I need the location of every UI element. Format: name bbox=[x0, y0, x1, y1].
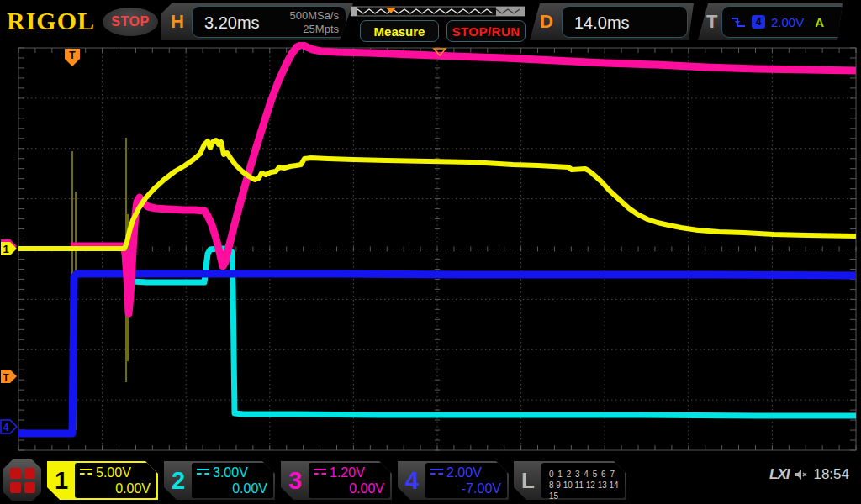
stop-run-button[interactable]: STOP/RUN bbox=[446, 20, 526, 42]
memory-depth: 25Mpts bbox=[289, 23, 339, 36]
trigger-position-marker[interactable]: T bbox=[65, 49, 80, 66]
logic-row-2: 8 9 10 11 12 13 14 15 bbox=[549, 480, 625, 501]
channel-3-box[interactable]: 3 1.20V 0.00V bbox=[281, 461, 392, 500]
trigger-module[interactable]: T 4 2.00V A bbox=[698, 3, 843, 40]
channel-1-box[interactable]: 1 5.00V 0.00V bbox=[47, 461, 158, 500]
svg-text:T: T bbox=[69, 50, 76, 61]
delay-box[interactable]: 14.0ms bbox=[562, 6, 688, 38]
bottom-status-bar: 1 5.00V 0.00V 2 3.00V 0.00V 3 1.20V 0.00… bbox=[0, 458, 861, 504]
channel-2-offset: 0.00V bbox=[232, 481, 267, 496]
dc-coupling-icon bbox=[430, 469, 443, 478]
timebase-value: 3.20ms bbox=[204, 13, 260, 33]
horizontal-module[interactable]: H 3.20ms 500MSa/s 25Mpts bbox=[161, 3, 353, 40]
logic-channels-panel: 0 1 2 3 4 5 6 7 8 9 10 11 12 13 14 15 bbox=[541, 463, 625, 498]
svg-text:4: 4 bbox=[3, 422, 9, 433]
lxi-logo: LXI bbox=[769, 466, 789, 483]
sample-rate: 500MSa/s bbox=[289, 9, 339, 23]
status-area: LXI 18:54 bbox=[769, 466, 849, 483]
channel-2-number: 2 bbox=[164, 461, 193, 500]
channel-1-scale: 5.00V bbox=[96, 465, 131, 480]
ch1-waveform bbox=[18, 140, 856, 249]
delay-module[interactable]: D 14.0ms bbox=[530, 3, 694, 40]
channel-3-scale: 1.20V bbox=[330, 465, 365, 480]
channel-2-panel: 3.00V 0.00V bbox=[192, 463, 273, 498]
trigger-level-value: 2.00V bbox=[771, 15, 804, 29]
run-state-label: STOP bbox=[111, 14, 149, 29]
acquisition-info: 500MSa/s 25Mpts bbox=[289, 9, 339, 36]
channel-2-scale: 3.00V bbox=[213, 465, 248, 480]
rigol-logo: RIGOL bbox=[7, 7, 95, 35]
measure-button[interactable]: Measure bbox=[360, 20, 439, 42]
trigger-label: T bbox=[706, 11, 717, 33]
channel-4-box[interactable]: 4 2.00V -7.00V bbox=[398, 461, 509, 500]
dc-coupling-icon bbox=[80, 469, 92, 478]
waveform-screen: T 1 T 4 bbox=[0, 42, 861, 459]
logic-analyzer-label: L bbox=[514, 461, 542, 500]
channel-1-panel: 5.00V 0.00V bbox=[75, 463, 156, 498]
speaker-muted-icon bbox=[794, 468, 808, 481]
dc-coupling-icon bbox=[314, 469, 326, 478]
timebase-box[interactable]: 3.20ms 500MSa/s 25Mpts bbox=[192, 6, 346, 38]
channel-1-number: 1 bbox=[47, 461, 76, 500]
run-state-badge: STOP bbox=[103, 8, 158, 36]
channel-4-number: 4 bbox=[398, 461, 426, 500]
logic-analyzer-box[interactable]: L 0 1 2 3 4 5 6 7 8 9 10 11 12 13 14 15 bbox=[514, 461, 626, 500]
oscilloscope-screen: { "brand": {"logo": "RIGOL", "run_state"… bbox=[0, 0, 861, 504]
logic-row-1: 0 1 2 3 4 5 6 7 bbox=[549, 469, 625, 480]
channel-3-number: 3 bbox=[281, 461, 309, 500]
trigger-mode: A bbox=[815, 15, 824, 29]
channel-2-box[interactable]: 2 3.00V 0.00V bbox=[164, 461, 275, 500]
svg-text:1: 1 bbox=[3, 243, 8, 255]
falling-edge-icon bbox=[731, 16, 746, 29]
clock: 18:54 bbox=[813, 466, 849, 483]
channel-4-offset: -7.00V bbox=[462, 481, 501, 496]
channel-1-offset: 0.00V bbox=[115, 481, 151, 496]
menu-button[interactable] bbox=[3, 459, 41, 501]
memory-position-strip[interactable] bbox=[351, 6, 525, 17]
menu-grid-icon bbox=[10, 468, 35, 493]
channel-4-scale: 2.00V bbox=[446, 465, 482, 480]
ch4-offset-marker[interactable]: 4 bbox=[1, 420, 17, 433]
svg-text:T: T bbox=[3, 372, 9, 382]
delay-label: D bbox=[540, 11, 553, 33]
dc-coupling-icon bbox=[197, 469, 209, 478]
channel-3-offset: 0.00V bbox=[349, 481, 384, 496]
trigger-box[interactable]: 4 2.00V A bbox=[721, 6, 848, 38]
top-status-bar: RIGOL STOP H 3.20ms 500MSa/s 25Mpts Meas… bbox=[0, 0, 861, 42]
horizontal-label: H bbox=[171, 11, 184, 33]
delay-value: 14.0ms bbox=[574, 13, 630, 33]
trigger-source-badge: 4 bbox=[752, 15, 765, 29]
channel-3-panel: 1.20V 0.00V bbox=[309, 463, 390, 498]
waveform-display: T 1 T 4 bbox=[0, 42, 861, 459]
stop-run-label: STOP/RUN bbox=[452, 24, 520, 39]
measure-label: Measure bbox=[374, 24, 425, 39]
channel-4-panel: 2.00V -7.00V bbox=[425, 463, 507, 498]
trigger-level-marker[interactable]: T bbox=[1, 370, 17, 383]
